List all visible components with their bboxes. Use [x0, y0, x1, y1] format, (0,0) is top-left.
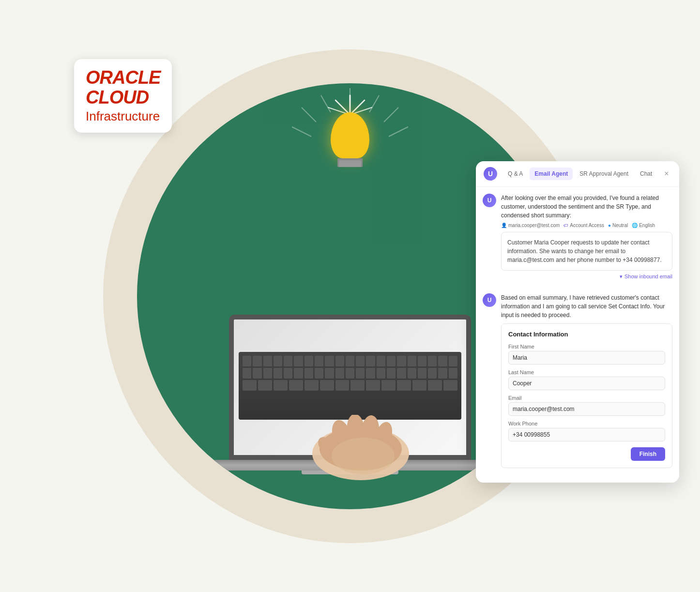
key: [412, 380, 426, 391]
key: [387, 356, 396, 366]
key: [428, 380, 442, 391]
key: [366, 368, 375, 379]
key: [356, 356, 365, 366]
email-value[interactable]: maria.cooper@test.com: [508, 402, 665, 416]
message-block-1: U After looking over the email you provi…: [483, 194, 672, 286]
close-icon[interactable]: ×: [662, 169, 671, 179]
tab-qa[interactable]: Q & A: [503, 167, 528, 180]
meta-sentiment-value: Neutral: [612, 223, 628, 228]
panel-logo-icon: U: [484, 167, 497, 181]
key: [253, 368, 261, 379]
form-title: Contact Information: [508, 331, 665, 338]
key: [438, 356, 447, 366]
key: [387, 368, 396, 379]
svg-line-4: [302, 107, 316, 122]
key: [243, 380, 257, 391]
key: [325, 356, 334, 366]
key: [284, 356, 292, 366]
tab-email-agent[interactable]: Email Agent: [530, 167, 573, 180]
show-inbound-email-link[interactable]: ▾ Show inbound email: [501, 273, 672, 280]
key: [320, 380, 334, 391]
key: [325, 368, 334, 379]
email-summary-box: Customer Maria Cooper requests to update…: [501, 232, 672, 271]
key: [315, 356, 323, 366]
infrastructure-text: Infrastructure: [86, 109, 160, 124]
key: [263, 356, 272, 366]
hand: [307, 415, 414, 483]
svg-line-3: [384, 107, 398, 122]
language-icon: 🌐: [632, 223, 638, 228]
key: [381, 380, 396, 391]
finish-button[interactable]: Finish: [631, 447, 665, 461]
form-field-email: Email maria.cooper@test.com: [508, 395, 665, 416]
meta-sentiment: ● Neutral: [608, 223, 628, 228]
key: [315, 368, 323, 379]
key: [294, 356, 303, 366]
firstname-label: First Name: [508, 344, 665, 349]
key: [284, 368, 292, 379]
svg-line-5: [389, 127, 408, 137]
firstname-value[interactable]: Maria: [508, 351, 665, 364]
laptop-keyboard: [239, 352, 461, 420]
tab-chat[interactable]: Chat: [635, 167, 657, 180]
bulb-base: [337, 158, 363, 167]
key: [397, 368, 406, 379]
key: [304, 356, 313, 366]
finish-button-container: Finish: [508, 447, 665, 461]
meta-account: 🏷 Account Access: [563, 223, 604, 228]
key: [350, 380, 365, 391]
key: [449, 368, 457, 379]
message-text-2: Based on email summary, I have retrieved…: [501, 293, 672, 319]
workphone-label: Work Phone: [508, 421, 665, 426]
panel-content: U After looking over the email you provi…: [476, 187, 679, 483]
form-field-lastname: Last Name Cooper: [508, 369, 665, 390]
key: [397, 356, 406, 366]
bulb-rays: [321, 93, 379, 112]
meta-email-value: maria.cooper@test.com: [508, 223, 560, 228]
user-icon: 👤: [501, 223, 507, 228]
key: [397, 380, 411, 391]
message-text-1: After looking over the email you provide…: [501, 194, 672, 220]
oracle-line2: CLOUD: [86, 87, 149, 107]
lastname-label: Last Name: [508, 369, 665, 375]
message-block-2: U Based on email summary, I have retriev…: [483, 293, 672, 468]
key: [274, 368, 282, 379]
meta-language: 🌐 English: [632, 223, 655, 228]
key: [443, 380, 457, 391]
meta-language-value: English: [639, 223, 655, 228]
svg-point-19: [332, 438, 395, 474]
form-field-firstname: First Name Maria: [508, 344, 665, 364]
key: [335, 356, 344, 366]
key: [346, 356, 354, 366]
key: [449, 356, 457, 366]
show-email-label: Show inbound email: [624, 273, 672, 279]
tab-sr-approval-agent[interactable]: SR Approval Agent: [575, 167, 633, 180]
oracle-text: ORACLE CLOUD: [86, 68, 160, 108]
key: [263, 368, 272, 379]
key: [274, 380, 288, 391]
key: [243, 356, 251, 366]
key: [335, 368, 344, 379]
key: [335, 380, 350, 391]
panel-header: U Q & A Email Agent SR Approval Agent Ch…: [476, 161, 679, 187]
key: [418, 356, 426, 366]
key: [274, 356, 282, 366]
contact-info-form: Contact Information First Name Maria Las…: [501, 323, 672, 468]
key: [346, 368, 354, 379]
sentiment-icon: ●: [608, 223, 611, 228]
message-content-2: Based on email summary, I have retrieved…: [501, 293, 672, 468]
tag-icon: 🏷: [563, 223, 568, 228]
lightbulb: [321, 93, 379, 167]
key: [253, 356, 261, 366]
lastname-value[interactable]: Cooper: [508, 377, 665, 390]
key: [289, 380, 303, 391]
bulb-glass: [331, 112, 369, 158]
svg-line-6: [292, 127, 311, 137]
key: [258, 380, 272, 391]
workphone-value[interactable]: +34 00998855: [508, 428, 665, 441]
key: [408, 356, 416, 366]
agent-avatar-2: U: [483, 293, 496, 307]
meta-account-value: Account Access: [570, 223, 604, 228]
form-field-workphone: Work Phone +34 00998855: [508, 421, 665, 441]
chat-panel: U Q & A Email Agent SR Approval Agent Ch…: [476, 161, 679, 483]
